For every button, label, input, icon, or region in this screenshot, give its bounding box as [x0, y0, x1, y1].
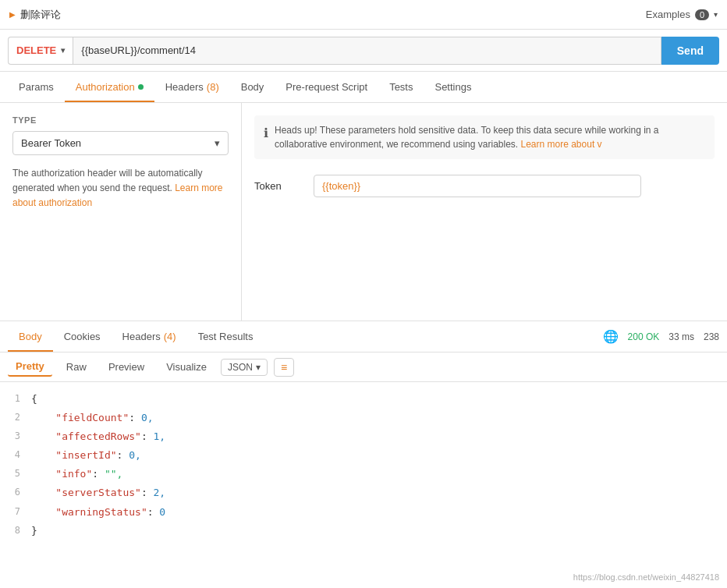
tab-authorization[interactable]: Authorization — [65, 73, 154, 102]
json-val-serverstatus: 2, — [147, 487, 165, 498]
request-tabs: Params Authorization Headers (8) Body Pr… — [0, 72, 727, 103]
tab-headers-label: Headers — [165, 81, 204, 93]
globe-icon: 🌐 — [603, 329, 619, 344]
wrap-button[interactable]: ≡ — [274, 358, 294, 377]
json-key-insertid: "insertId" — [55, 449, 116, 461]
json-line-7: 7 "warningStatus": 0 — [0, 503, 727, 522]
status-ok: 200 OK — [628, 331, 660, 342]
line-num-3: 3 — [0, 428, 31, 445]
json-body: 1 { 2 "fieldCount": 0, 3 "affectedRows":… — [0, 382, 727, 548]
method-label: DELETE — [16, 44, 56, 56]
tab-body-label: Body — [241, 81, 264, 93]
response-tab-test-results-label: Test Results — [198, 331, 254, 342]
json-brace-open: { — [31, 393, 37, 405]
json-line-4: 4 "insertId": 0, — [0, 446, 727, 465]
top-bar: ▶ 删除评论 Examples 0 ▾ — [0, 0, 727, 30]
token-row: Token {{token}} — [254, 175, 715, 197]
token-label: Token — [254, 180, 301, 192]
response-tab-test-results[interactable]: Test Results — [187, 323, 264, 352]
response-tab-body[interactable]: Body — [8, 323, 53, 352]
request-title: 删除评论 — [20, 8, 61, 22]
response-headers-count: (4) — [164, 331, 176, 342]
json-brace-close: } — [31, 525, 37, 537]
json-line-2: 2 "fieldCount": 0, — [0, 409, 727, 427]
format-tab-pretty[interactable]: Pretty — [8, 357, 52, 377]
token-input[interactable]: {{token}} — [314, 175, 641, 197]
url-bar: DELETE ▾ {{baseURL}}/comment/14 Send — [0, 30, 727, 72]
json-format-label: JSON — [228, 362, 253, 373]
type-value: Bearer Token — [21, 137, 81, 149]
tab-tests-label: Tests — [389, 81, 413, 93]
json-line-5: 5 "info": "", — [0, 465, 727, 484]
line-num-8: 8 — [0, 522, 31, 540]
top-bar-right: Examples 0 ▾ — [646, 9, 718, 20]
line-num-5: 5 — [0, 466, 31, 483]
response-tabs: Body Cookies Headers (4) Test Results 🌐 … — [0, 321, 727, 352]
send-button[interactable]: Send — [661, 37, 719, 65]
type-label: TYPE — [12, 115, 229, 125]
format-tab-visualize[interactable]: Visualize — [158, 358, 215, 376]
response-tab-headers-label: Headers — [122, 331, 161, 342]
response-tabs-left: Body Cookies Headers (4) Test Results — [8, 323, 264, 351]
examples-dropdown-icon[interactable]: ▾ — [714, 10, 718, 19]
method-select[interactable]: DELETE ▾ — [8, 37, 73, 65]
base-url-part: {{baseURL}} — [81, 44, 137, 56]
line-num-7: 7 — [0, 504, 31, 521]
tab-headers[interactable]: Headers (8) — [154, 73, 230, 102]
tab-authorization-label: Authorization — [76, 81, 135, 93]
tab-params[interactable]: Params — [8, 73, 65, 102]
tab-prerequest-label: Pre-request Script — [285, 81, 367, 93]
json-val-affectedrows: 1, — [147, 430, 165, 442]
json-val-fieldcount: 0, — [135, 412, 153, 423]
response-tab-headers[interactable]: Headers (4) — [112, 323, 187, 352]
tab-tests[interactable]: Tests — [378, 73, 424, 102]
examples-badge[interactable]: 0 — [695, 9, 709, 20]
headers-count: (8) — [207, 81, 219, 93]
warning-box: ℹ Heads up! These parameters hold sensit… — [254, 115, 715, 159]
json-key-fieldcount: "fieldCount" — [55, 412, 129, 423]
method-chevron-icon: ▾ — [61, 46, 65, 55]
format-tab-raw[interactable]: Raw — [59, 358, 94, 376]
url-input[interactable]: {{baseURL}}/comment/14 — [73, 37, 661, 65]
line-num-6: 6 — [0, 484, 31, 501]
json-key-affectedrows: "affectedRows" — [55, 430, 141, 442]
json-val-info: "", — [98, 468, 122, 480]
tab-params-label: Params — [19, 81, 54, 93]
json-format-chevron-icon: ▾ — [256, 362, 261, 373]
tab-settings-label: Settings — [434, 81, 471, 93]
main-content: TYPE Bearer Token ▾ The authorization he… — [0, 103, 727, 321]
warning-link[interactable]: Learn more about v — [521, 139, 602, 150]
response-status: 🌐 200 OK 33 ms 238 — [603, 329, 719, 344]
json-val-insertid: 0, — [122, 449, 140, 461]
format-tab-preview[interactable]: Preview — [101, 358, 152, 376]
type-chevron-icon: ▾ — [215, 137, 220, 149]
auth-description: The authorization header will be automat… — [12, 166, 229, 211]
right-panel: ℹ Heads up! These parameters hold sensit… — [242, 103, 727, 321]
json-format-select[interactable]: JSON ▾ — [221, 359, 268, 376]
top-bar-left: ▶ 删除评论 — [9, 8, 61, 22]
json-line-1: 1 { — [0, 390, 727, 409]
response-time: 33 ms — [668, 331, 694, 342]
json-line-6: 6 "serverStatus": 2, — [0, 484, 727, 502]
line-num-1: 1 — [0, 391, 31, 408]
warning-text: Heads up! These parameters hold sensitiv… — [275, 123, 705, 151]
response-section: Body Cookies Headers (4) Test Results 🌐 … — [0, 321, 727, 548]
json-key-warningstatus: "warningStatus" — [55, 506, 147, 518]
json-line-8: 8 } — [0, 522, 727, 540]
tab-settings[interactable]: Settings — [424, 73, 482, 102]
json-line-3: 3 "affectedRows": 1, — [0, 427, 727, 446]
line-num-2: 2 — [0, 409, 31, 427]
watermark: https://blog.csdn.net/weixin_44827418 — [573, 572, 719, 582]
type-select[interactable]: Bearer Token ▾ — [12, 131, 229, 155]
line-num-4: 4 — [0, 447, 31, 464]
tab-prerequest[interactable]: Pre-request Script — [275, 73, 378, 102]
response-tab-cookies[interactable]: Cookies — [53, 323, 112, 352]
warning-icon: ℹ — [264, 124, 268, 143]
response-tab-body-label: Body — [19, 331, 42, 342]
json-val-warningstatus: 0 — [154, 506, 166, 518]
json-key-info: "info" — [55, 468, 92, 480]
json-key-serverstatus: "serverStatus" — [55, 487, 141, 498]
response-tab-cookies-label: Cookies — [64, 331, 101, 342]
tab-body[interactable]: Body — [230, 73, 275, 102]
expand-arrow-icon[interactable]: ▶ — [9, 10, 16, 19]
